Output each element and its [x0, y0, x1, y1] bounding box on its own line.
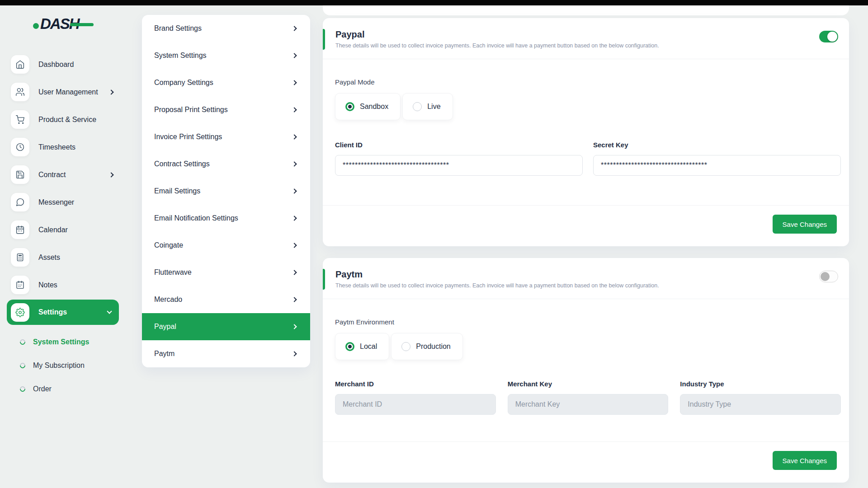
- paypal-mode-sandbox-radio[interactable]: Sandbox: [335, 93, 401, 120]
- sidebar-item-messenger[interactable]: Messenger: [0, 188, 129, 216]
- sidebar-subitem-order[interactable]: Order: [0, 377, 129, 401]
- settings-menu-item-brand-settings[interactable]: Brand Settings: [142, 15, 310, 42]
- sidebar-subitem-my-subscription[interactable]: My Subscription: [0, 354, 129, 377]
- settings-menu-item-invoice-print-settings[interactable]: Invoice Print Settings: [142, 123, 310, 150]
- icon-tile: [11, 303, 29, 322]
- paytm-toggle[interactable]: [819, 271, 838, 282]
- home-icon: [15, 60, 25, 69]
- sidebar-item-assets[interactable]: Assets: [0, 244, 129, 271]
- chevron-right-icon: [292, 324, 297, 329]
- sidebar-subitem-system-settings[interactable]: System Settings: [0, 330, 129, 354]
- settings-menu-item-flutterwave[interactable]: Flutterwave: [142, 259, 310, 286]
- client-id-input[interactable]: [335, 155, 583, 176]
- calculator-icon: [15, 253, 25, 262]
- icon-tile: [11, 221, 29, 239]
- chevron-down-icon: [107, 310, 112, 314]
- chevron-right-icon: [292, 243, 297, 248]
- sidebar: DASH Dashboard User Management Product &…: [0, 5, 129, 488]
- toggle-knob: [827, 32, 837, 42]
- sidebar-item-notes[interactable]: Notes: [0, 271, 129, 299]
- sidebar-item-user-management[interactable]: User Management: [0, 78, 129, 106]
- paytm-title: Paytm: [335, 269, 659, 280]
- settings-menu-item-proposal-print-settings[interactable]: Proposal Print Settings: [142, 96, 310, 123]
- bullet-icon: [19, 338, 27, 346]
- sidebar-item-contract[interactable]: Contract: [0, 161, 129, 188]
- paytm-env-local-radio[interactable]: Local: [335, 333, 389, 360]
- merchant-id-input[interactable]: [335, 394, 496, 415]
- icon-tile: [11, 83, 29, 101]
- chevron-right-icon: [292, 108, 297, 112]
- paypal-description: These details will be used to collect in…: [335, 42, 659, 49]
- chevron-right-icon: [292, 189, 297, 193]
- paytm-save-button[interactable]: Save Changes: [773, 451, 837, 470]
- settings-menu-item-paytm[interactable]: Paytm: [142, 340, 310, 367]
- secret-key-input[interactable]: [593, 155, 841, 176]
- sidebar-item-settings[interactable]: Settings: [7, 300, 119, 325]
- settings-menu-item-mercado[interactable]: Mercado: [142, 286, 310, 313]
- calendar-icon: [15, 225, 25, 235]
- merchant-key-input[interactable]: [508, 394, 669, 415]
- chevron-right-icon: [109, 173, 113, 177]
- users-icon: [15, 87, 25, 97]
- icon-tile: [11, 276, 29, 294]
- app-logo[interactable]: DASH: [31, 16, 103, 36]
- radio-icon: [345, 342, 354, 351]
- industry-type-label: Industry Type: [680, 380, 841, 388]
- scrolled-card-edge: [323, 5, 849, 15]
- settings-menu-item-email-settings[interactable]: Email Settings: [142, 178, 310, 205]
- settings-menu-item-paypal[interactable]: Paypal: [142, 313, 310, 340]
- sidebar-item-timesheets[interactable]: Timesheets: [0, 133, 129, 161]
- icon-tile: [11, 110, 29, 129]
- settings-menu-item-company-settings[interactable]: Company Settings: [142, 69, 310, 96]
- chevron-right-icon: [292, 26, 297, 31]
- icon-tile: [11, 165, 29, 184]
- sidebar-item-dashboard[interactable]: Dashboard: [0, 51, 129, 78]
- paytm-environment-label: Paytm Environment: [335, 318, 841, 326]
- settings-menu-item-system-settings[interactable]: System Settings: [142, 42, 310, 69]
- settings-menu-panel: Brand Settings System Settings Company S…: [142, 15, 310, 367]
- chevron-right-icon: [292, 216, 297, 221]
- chevron-right-icon: [292, 80, 297, 85]
- chevron-right-icon: [292, 270, 297, 275]
- industry-type-input[interactable]: [680, 394, 841, 415]
- bullet-icon: [19, 362, 27, 370]
- chevron-right-icon: [292, 352, 297, 356]
- sidebar-item-product-service[interactable]: Product & Service: [0, 106, 129, 133]
- settings-submenu: System Settings My Subscription Order: [0, 330, 129, 401]
- paypal-title: Paypal: [335, 29, 659, 40]
- merchant-id-label: Merchant ID: [335, 380, 496, 388]
- clock-icon: [15, 142, 25, 152]
- merchant-key-label: Merchant Key: [508, 380, 669, 388]
- icon-tile: [11, 193, 29, 211]
- radio-icon: [413, 102, 422, 111]
- logo-bar: [70, 23, 94, 26]
- chevron-right-icon: [292, 297, 297, 302]
- sidebar-item-calendar[interactable]: Calendar: [0, 216, 129, 244]
- icon-tile: [11, 55, 29, 74]
- chevron-right-icon: [292, 162, 297, 166]
- chevron-right-icon: [109, 90, 113, 94]
- gear-icon: [15, 308, 25, 317]
- paypal-save-button[interactable]: Save Changes: [773, 215, 837, 234]
- settings-menu-item-email-notification-settings[interactable]: Email Notification Settings: [142, 205, 310, 232]
- settings-menu-item-contract-settings[interactable]: Contract Settings: [142, 150, 310, 178]
- cart-icon: [15, 115, 25, 124]
- bullet-icon: [19, 385, 27, 393]
- settings-menu-item-coingate[interactable]: Coingate: [142, 232, 310, 259]
- paytm-env-production-radio[interactable]: Production: [391, 333, 463, 360]
- icon-tile: [11, 248, 29, 267]
- logo-dot: [33, 23, 39, 29]
- icon-tile: [11, 138, 29, 156]
- client-id-label: Client ID: [335, 141, 583, 149]
- paytm-card: Paytm These details will be used to coll…: [323, 258, 849, 483]
- paypal-mode-label: Paypal Mode: [335, 78, 841, 86]
- paypal-toggle[interactable]: [819, 31, 838, 42]
- paypal-mode-live-radio[interactable]: Live: [402, 93, 453, 120]
- notes-icon: [15, 280, 25, 290]
- paytm-card-header: Paytm These details will be used to coll…: [323, 258, 849, 299]
- top-bar: [0, 0, 868, 5]
- radio-icon: [401, 342, 410, 351]
- chevron-right-icon: [292, 53, 297, 58]
- save-icon: [15, 170, 25, 179]
- paypal-card: Paypal These details will be used to col…: [323, 18, 849, 246]
